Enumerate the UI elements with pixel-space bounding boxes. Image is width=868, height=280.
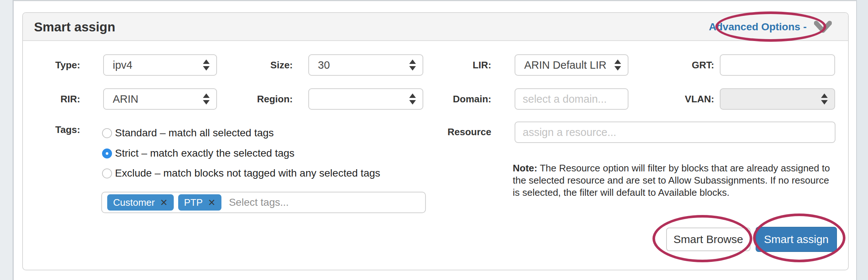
tags-option-exclude: Exclude – match blocks not tagged with a…: [102, 166, 380, 181]
select-arrows-icon: [203, 93, 210, 105]
resource-label: Resource: [433, 124, 491, 139]
rir-label: RIR:: [30, 88, 80, 110]
rir-select[interactable]: ARIN: [103, 88, 217, 110]
region-label: Region:: [226, 88, 293, 110]
type-select[interactable]: ipv4: [103, 54, 217, 76]
page-background: { "panel": { "title": "Smart assign", "a…: [0, 0, 868, 280]
page-title: Smart assign: [34, 13, 115, 41]
tags-input[interactable]: Customer ✕ PTP ✕ Select tags...: [101, 192, 426, 213]
grt-input[interactable]: [720, 54, 835, 76]
select-arrows-icon: [203, 59, 210, 71]
type-select-value: ipv4: [113, 59, 132, 71]
tag-pill-ptp: PTP ✕: [178, 194, 222, 211]
header-right: Advanced Options -: [709, 13, 832, 41]
lir-select[interactable]: ARIN Default LIR: [515, 54, 628, 76]
note-text: The Resource option will filter by block…: [513, 163, 830, 198]
tags-option-strict: Strict – match exactly the selected tags: [102, 146, 295, 161]
grt-label: GRT:: [655, 54, 714, 76]
tag-pill-label: Customer: [113, 197, 155, 208]
select-arrows-icon: [821, 93, 828, 105]
radio-exclude[interactable]: [102, 168, 112, 178]
select-arrows-icon: [409, 59, 416, 71]
remove-tag-icon[interactable]: ✕: [160, 198, 168, 207]
advanced-options-link[interactable]: Advanced Options -: [709, 21, 807, 33]
smart-browse-button[interactable]: Smart Browse: [666, 228, 750, 251]
domain-input[interactable]: [515, 88, 628, 110]
vlan-label: VLAN:: [655, 88, 714, 110]
region-select[interactable]: [308, 88, 423, 110]
radio-exclude-label: Exclude – match blocks not tagged with a…: [115, 167, 380, 179]
lir-label: LIR:: [433, 54, 491, 76]
tags-option-standard: Standard – match all selected tags: [102, 126, 274, 140]
type-label: Type:: [30, 54, 80, 76]
note-prefix: Note:: [513, 163, 537, 174]
vlan-select[interactable]: [720, 88, 835, 110]
chevron-down-icon[interactable]: [814, 21, 832, 33]
lir-select-value: ARIN Default LIR: [524, 59, 606, 71]
domain-label: Domain:: [433, 88, 491, 110]
size-select[interactable]: 30: [308, 54, 423, 76]
radio-strict-label: Strict – match exactly the selected tags: [115, 147, 295, 159]
size-select-value: 30: [318, 59, 330, 71]
resource-note: Note: The Resource option will filter by…: [513, 162, 833, 199]
smart-assign-button[interactable]: Smart assign: [756, 227, 837, 252]
select-arrows-icon: [614, 59, 621, 71]
remove-tag-icon[interactable]: ✕: [208, 198, 216, 207]
radio-standard-label: Standard – match all selected tags: [115, 127, 274, 139]
left-gutter: [0, 0, 14, 280]
rir-select-value: ARIN: [113, 93, 138, 105]
tags-input-placeholder: Select tags...: [229, 197, 289, 208]
resource-input[interactable]: [515, 122, 835, 143]
radio-standard[interactable]: [102, 128, 112, 138]
smart-assign-panel: Smart assign Advanced Options - Type: ip…: [22, 12, 849, 270]
size-label: Size:: [234, 54, 293, 76]
tags-label: Tags:: [30, 122, 80, 137]
top-divider: [0, 0, 868, 1]
tag-pill-customer: Customer ✕: [107, 194, 174, 211]
select-arrows-icon: [409, 93, 416, 105]
panel-header: Smart assign Advanced Options -: [23, 13, 848, 41]
radio-strict[interactable]: [102, 148, 112, 158]
tag-pill-label: PTP: [184, 197, 203, 208]
right-gutter: [856, 0, 868, 280]
